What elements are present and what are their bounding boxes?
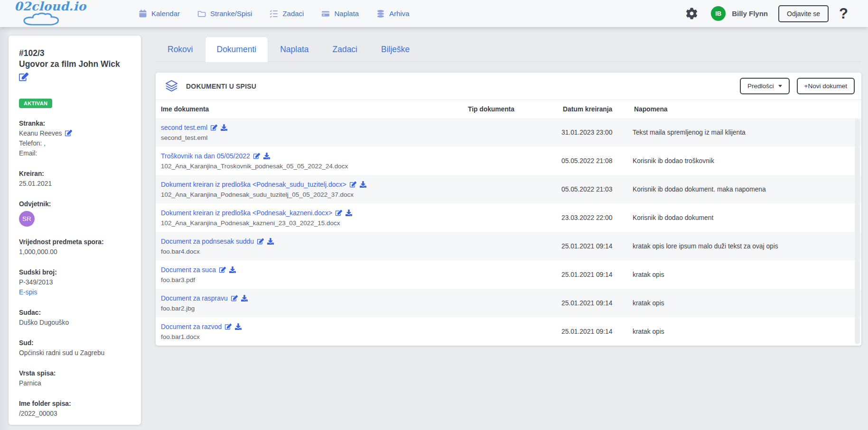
help-icon[interactable]: ? [839,6,848,21]
document-date: 25.01.2021 09:14 [558,232,629,260]
download-document-icon[interactable] [238,294,248,302]
tab-rokovi[interactable]: Rokovi [156,37,205,62]
document-link[interactable]: Troškovnik na dan 05/05/2022 [161,152,250,160]
edit-document-icon[interactable] [222,322,232,330]
download-document-icon[interactable] [342,209,352,217]
table-row: Document za podnsesak suddu foo.bar4.doc… [156,232,861,260]
folder-icon [197,9,206,18]
nav-label: Stranke/Spisi [210,9,252,18]
field-value: Keanu Reeves [19,128,131,138]
edit-document-icon[interactable] [228,294,238,302]
credit-card-icon [321,9,330,18]
edit-stranka-icon[interactable] [62,130,72,137]
nav-label: Naplata [334,9,359,18]
settings-gear-icon[interactable] [686,8,698,19]
edit-case-icon[interactable] [19,72,131,83]
document-filename: second_test.eml [161,134,459,141]
download-document-icon[interactable] [226,265,236,274]
field-label: Vrijednost predmeta spora: [19,237,131,247]
table-row: Document za razvod foo.bar1.docx 25.01.2… [156,317,861,346]
predlosci-dropdown-button[interactable]: Predlošci [740,78,790,94]
field-sudski-broj: Sudski broj: P-349/2013 E-spis [19,267,131,297]
nav-item-arhiva[interactable]: Arhiva [376,9,410,18]
document-note: kratak opis lore ipsum malo duži tekst z… [629,232,861,260]
logo-text: 02cloud.io [14,0,139,13]
column-header-datum: Datum kreiranja [558,100,629,118]
column-header-ime: Ime dokumenta [156,100,463,118]
field-value: Duško Dugouško [19,318,131,328]
edit-document-icon[interactable] [332,209,342,217]
cloud-logo-icon [22,12,68,27]
table-row: Dokument kreiran iz predloška <Podnesak_… [156,175,861,203]
field-label: Ime folder spisa: [19,399,131,409]
panel-header: DOKUMENTI U SPISU Predlošci +Novi dokume… [156,73,861,100]
edit-document-icon[interactable] [250,152,260,160]
logout-button[interactable]: Odjavite se [778,5,829,22]
field-sud: Sud: Općinski radni sud u Zagrebu [19,338,131,358]
document-link[interactable]: Document za razvod [161,323,222,330]
download-document-icon[interactable] [217,123,227,131]
download-document-icon[interactable] [356,180,366,188]
nav-item-zadaci[interactable]: Zadaci [270,9,304,18]
nav-item-kalendar[interactable]: Kalendar [139,9,180,18]
document-date: 25.01.2021 09:14 [558,289,629,317]
document-filename: foo.bar2.jbg [161,305,459,312]
download-document-icon[interactable] [260,152,270,160]
document-date: 05.05.2022 21:08 [558,146,629,175]
edit-document-icon[interactable] [207,123,217,131]
download-document-icon[interactable] [232,322,242,330]
nav-label: Zadaci [282,9,304,18]
document-date: 31.01.2023 23:00 [558,118,629,146]
tab-naplata[interactable]: Naplata [268,37,320,62]
case-number: #102/3 [19,48,131,59]
field-value: /2022_00003 [19,409,131,419]
field-odvjetnik: Odvjetnik: SR [19,199,131,227]
document-filename: foo.bar1.docx [161,333,459,340]
field-ime-foldera: Ime folder spisa: /2022_00003 [19,399,131,419]
document-link[interactable]: Dokument kreiran iz predloška <Podnesak_… [161,181,346,188]
espis-link[interactable]: E-spis [19,287,37,297]
document-link[interactable]: Document za raspravu [161,294,228,302]
tab-zadaci[interactable]: Zadaci [320,37,369,62]
edit-document-icon[interactable] [216,265,226,274]
field-vrijednost: Vrijednost predmeta spora: 1,000,000.00 [19,237,131,257]
document-link[interactable]: second test.eml [161,124,207,131]
table-row: second test.eml second_test.eml 31.01.20… [156,118,861,146]
document-link[interactable]: Dokument kreiran iz predloška <Podnesak_… [161,209,332,217]
document-note: kratak opis [629,289,861,317]
field-label: Odvjetnik: [19,199,131,209]
field-value: Općinski radni sud u Zagrebu [19,348,131,358]
document-type [463,203,558,232]
main-nav: Kalendar Stranke/Spisi Zadaci Naplata [139,9,410,18]
field-value: P-349/2013 [19,277,131,287]
field-sudac: Sudac: Duško Dugouško [19,308,131,328]
document-note: kratak opis [629,317,861,346]
nav-label: Arhiva [389,9,410,18]
document-link[interactable]: Document za podnsesak suddu [161,238,254,245]
stranka-name: Keanu Reeves [19,130,62,137]
document-link[interactable]: Document za suca [161,266,216,274]
stranka-email: Email: [19,148,131,158]
tab-dokumenti[interactable]: Dokumenti [205,37,269,62]
document-type [463,289,558,317]
edit-document-icon[interactable] [346,180,356,188]
field-value: 1,000,000.00 [19,247,131,257]
field-label: Stranka: [19,119,131,128]
table-row: Document za raspravu foo.bar2.jbg 25.01.… [156,289,861,317]
table-scrollbar[interactable] [855,119,860,344]
nav-item-stranke-spisi[interactable]: Stranke/Spisi [197,9,252,18]
nav-label: Kalendar [151,9,180,18]
download-document-icon[interactable] [264,237,274,245]
document-type [463,146,558,175]
nav-item-naplata[interactable]: Naplata [321,9,359,18]
tab-biljeske[interactable]: Bilješke [369,37,421,62]
edit-document-icon[interactable] [254,237,264,245]
tabs-bar: Rokovi Dokumenti Naplata Zadaci Bilješke [156,37,861,62]
document-date: 05.05.2022 21:03 [558,175,629,203]
panel-actions: Predlošci +Novi dokumet [740,78,855,94]
field-label: Vrsta spisa: [19,368,131,378]
table-row: Troškovnik na dan 05/05/2022 102_Ana_Kar… [156,146,861,175]
user-avatar[interactable]: IB [711,6,726,21]
documents-table-body: second test.eml second_test.eml 31.01.20… [156,118,861,346]
novi-dokument-button[interactable]: +Novi dokumet [797,78,855,94]
